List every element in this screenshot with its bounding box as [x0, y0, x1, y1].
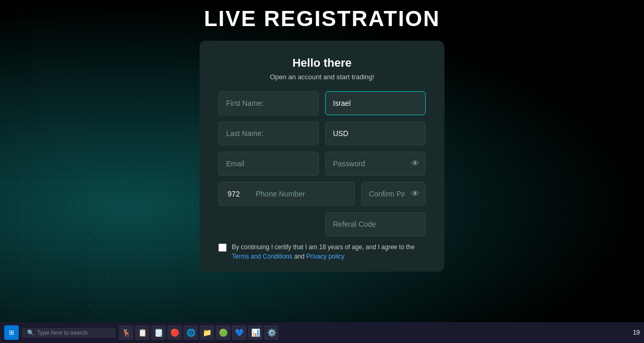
row-referral — [218, 212, 426, 236]
phone-code: 972 — [218, 182, 249, 206]
taskbar-app-3[interactable]: 🗒️ — [151, 325, 166, 340]
password-eye-icon[interactable]: 👁 — [411, 160, 419, 168]
phone-number-input[interactable] — [249, 182, 355, 206]
taskbar-right: 19 — [633, 329, 640, 336]
taskbar-time: 19 — [633, 329, 640, 336]
taskbar-app-1[interactable]: 🦌 — [119, 325, 133, 340]
confirm-password-eye-icon[interactable]: 👁 — [411, 190, 419, 198]
page-title: LIVE REGISTRATION — [204, 0, 440, 36]
privacy-link[interactable]: Privacy policy — [306, 253, 344, 260]
last-name-input[interactable] — [218, 121, 319, 145]
phone-field: 972 — [218, 182, 355, 206]
currency-field — [325, 121, 426, 145]
search-icon: 🔍 — [27, 329, 34, 336]
taskbar-apps: 🦌 📋 🗒️ 🔴 🌐 📁 🟢 💙 📊 ⚙️ — [119, 325, 279, 340]
taskbar-app-7[interactable]: 🟢 — [216, 325, 230, 340]
taskbar-app-9[interactable]: 📊 — [248, 325, 263, 340]
terms-checkbox[interactable] — [218, 243, 227, 252]
first-name-input[interactable] — [218, 91, 319, 115]
taskbar-app-8[interactable]: 💙 — [232, 325, 246, 340]
start-button[interactable]: ⊞ — [4, 325, 19, 340]
search-placeholder: Type here to search — [37, 329, 88, 336]
email-input[interactable] — [218, 152, 319, 176]
referral-input[interactable] — [325, 212, 426, 236]
taskbar-app-10[interactable]: ⚙️ — [264, 325, 279, 340]
taskbar-search[interactable]: 🔍 Type here to search — [22, 328, 116, 338]
country-field — [325, 91, 426, 115]
first-name-field — [218, 91, 319, 115]
country-input[interactable] — [325, 91, 426, 115]
currency-input[interactable] — [325, 121, 426, 145]
phone-row: 972 — [218, 182, 355, 206]
confirm-password-field: 👁 — [361, 182, 426, 206]
taskbar-left: ⊞ 🔍 Type here to search 🦌 📋 🗒️ 🔴 🌐 📁 🟢 💙… — [4, 325, 279, 340]
form-subheading: Open an account and start trading! — [218, 73, 426, 81]
form-heading: Hello there — [218, 56, 426, 70]
terms-link[interactable]: Terms and Conditions — [232, 253, 292, 260]
taskbar-app-6[interactable]: 📁 — [200, 325, 214, 340]
taskbar: ⊞ 🔍 Type here to search 🦌 📋 🗒️ 🔴 🌐 📁 🟢 💙… — [0, 322, 644, 343]
terms-row: By continuing I certify that I am 18 yea… — [218, 242, 426, 261]
row-name-country — [218, 91, 426, 115]
registration-form-card: Hello there Open an account and start tr… — [200, 41, 444, 272]
page-content: LIVE REGISTRATION Hello there Open an ac… — [0, 0, 644, 343]
email-field — [218, 152, 319, 176]
last-name-field — [218, 121, 319, 145]
row-email-password: 👁 — [218, 152, 426, 176]
terms-text: By continuing I certify that I am 18 yea… — [232, 242, 426, 261]
taskbar-app-4[interactable]: 🔴 — [167, 325, 182, 340]
row-lastname-currency — [218, 121, 426, 145]
row-phone-confirmpassword: 972 👁 — [218, 182, 426, 206]
password-field: 👁 — [325, 152, 426, 176]
referral-field — [325, 212, 426, 236]
taskbar-app-5[interactable]: 🌐 — [183, 325, 198, 340]
taskbar-app-2[interactable]: 📋 — [135, 325, 150, 340]
